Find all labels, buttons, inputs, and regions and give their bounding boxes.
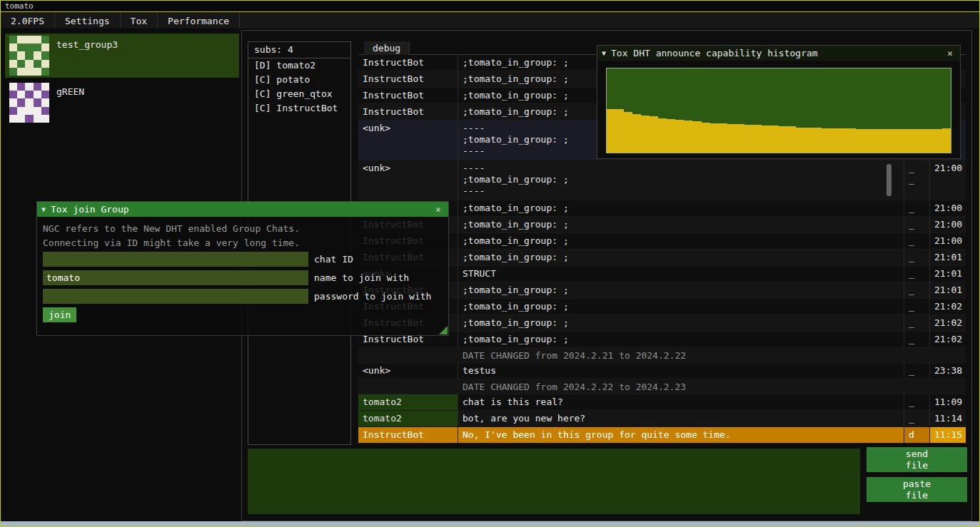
collapse-arrow-icon[interactable]: ▼ [41,205,46,213]
join-info-line2: Connecting via ID might take a very long… [43,237,300,248]
app-window: tomato 2.0FPS Settings Tox Performance t… [0,0,980,527]
message-time: 21:02 [930,299,966,314]
sender-name: <unk> [358,160,458,200]
message-time: 21:00 [930,200,966,216]
chat-message-row: InstructBot ;tomato_in_group: ; _ _ 21:0… [358,299,966,315]
members-count: subs: 4 [248,42,350,58]
message-flags: _ _ [904,160,930,200]
chat-message-row: DATE CHANGED from 2024.2.21 to 2024.2.22 [358,348,966,363]
message-time: 11:14 [930,411,966,426]
message-time: 21:01 [930,250,966,265]
message-flags [904,348,930,362]
menu-item[interactable]: Settings [55,13,121,29]
chat-message-row: InstructBot ;tomato_in_group: ; _ _ 21:0… [358,217,966,233]
message-time: 21:00 [930,160,966,200]
join-name-label: name to join with [314,270,409,285]
message-text: ;tomato_in_group: ; [458,217,904,232]
tab-debug[interactable]: debug [364,41,410,55]
window-title: tomato [5,1,34,11]
sender-name: InstructBot [358,88,458,103]
message-text: ;tomato_in_group: ; [458,282,904,298]
join-group-titlebar[interactable]: ▼ Tox join Group ✕ [37,202,448,217]
message-flags: _ _ [904,299,930,314]
message-flags: _ _ [904,266,930,282]
member-list-item[interactable]: [C] InstructBot [248,101,350,116]
dht-capability-histogram-plot [606,68,951,153]
join-name-field-row: name to join with [43,270,308,285]
chat-message-row: InstructBot ;tomato_in_group: ; _ _ 21:0… [358,332,966,348]
message-text: testus [458,363,904,379]
message-input[interactable] [248,449,860,514]
join-password-field-row: password to join with [43,289,308,304]
message-time: 21:01 [930,282,966,298]
message-text: ;tomato_in_group: ; [458,250,904,265]
chat-message-row: InstructBot ;tomato_in_group: ; _ _ 21:0… [358,315,966,332]
sender-name: tomato2 [358,394,458,410]
join-name-input[interactable] [43,270,308,285]
collapse-arrow-icon[interactable]: ▼ [602,49,606,57]
fps-indicator: 2.0FPS [1,13,55,29]
join-password-label: password to join with [314,289,431,304]
menu-item[interactable]: Performance [158,13,240,29]
close-icon[interactable]: ✕ [944,48,956,58]
message-time [930,348,966,362]
message-text: ;tomato_in_group: ; [458,332,904,347]
window-titlebar[interactable]: tomato [1,1,979,12]
send-file-button[interactable]: send file [867,447,967,472]
group-avatar-test_group3-icon [9,36,49,76]
close-icon[interactable]: ✕ [433,204,444,215]
join-info-line1: NGC refers to the New DHT enabled Group … [43,223,300,234]
message-time: 23:38 [930,363,966,379]
menu-item[interactable]: Tox [121,13,158,29]
dht-histogram-titlebar[interactable]: ▼ Tox DHT announce capability histogram … [597,46,960,61]
chat-id-input[interactable] [43,252,308,267]
message-text: No, I've been in this group for quite so… [458,427,904,443]
message-flags: _ _ [904,200,930,216]
sidebar-item-test_group3[interactable]: test_group3 [5,34,239,78]
message-time [930,379,966,394]
chat-message-row: <unk> testus _ _ 23:38 [358,363,966,379]
sender-name: InstructBot [358,104,458,120]
chat-message-row: InstructBot ;tomato_in_group: ; _ _ 21:0… [358,200,966,217]
member-list-item[interactable]: [C] green_qtox [248,87,350,101]
member-list-item[interactable]: [D] tomato2 [248,58,350,73]
sender-name: InstructBot [358,427,458,443]
sidebar-item-gREEN[interactable]: gREEN [5,81,239,125]
message-flags: _ _ [904,332,930,347]
chat-scrollbar-thumb[interactable] [886,164,891,196]
message-time: 21:02 [930,315,966,331]
join-group-title: Tox join Group [51,204,428,215]
message-text: DATE CHANGED from 2024.2.22 to 2024.2.23 [458,379,904,394]
sender-name: tomato2 [358,411,458,426]
chat-id-field-row: chat ID [43,252,308,267]
join-button[interactable]: join [43,307,76,322]
message-text: bot, are you new here? [458,411,904,426]
sender-name: InstructBot [358,55,458,71]
message-time: 11:15 [930,427,966,443]
paste-file-button[interactable]: paste file [867,477,967,502]
chat-message-row: DATE CHANGED from 2024.2.22 to 2024.2.23 [358,379,966,394]
chat-message-row: InstructBot ;tomato_in_group: ; _ _ 21:0… [358,282,966,299]
message-text: ;tomato_in_group: ; [458,233,904,249]
message-time: 21:01 [930,266,966,282]
join-password-input[interactable] [43,289,308,304]
message-flags: _ _ [904,394,930,410]
sender-name: <unk> [358,121,458,160]
members-list: [D] tomato2 [C] potato [C] green_qtox [C… [248,58,350,116]
chat-message-row: tomato2 bot, are you new here? _ _ 11:14 [358,411,966,427]
message-flags: _ _ [904,315,930,331]
chat-message-row: tomato2 chat is this real? _ _ 11:09 [358,394,966,411]
group-name: gREEN [56,86,84,97]
message-flags [904,379,930,394]
join-group-window: ▼ Tox join Group ✕ NGC refers to the New… [36,201,449,336]
message-flags: _ _ [904,250,930,265]
dht-histogram-title: Tox DHT announce capability histogram [611,48,939,58]
sender-name: InstructBot [358,71,458,87]
resize-grip[interactable] [439,326,448,334]
chat-id-label: chat ID [314,252,353,267]
message-time: 21:00 [930,233,966,249]
message-time: 21:02 [930,332,966,347]
sender-name [358,348,458,362]
member-list-item[interactable]: [C] potato [248,73,350,87]
message-text: DATE CHANGED from 2024.2.21 to 2024.2.22 [458,348,904,362]
